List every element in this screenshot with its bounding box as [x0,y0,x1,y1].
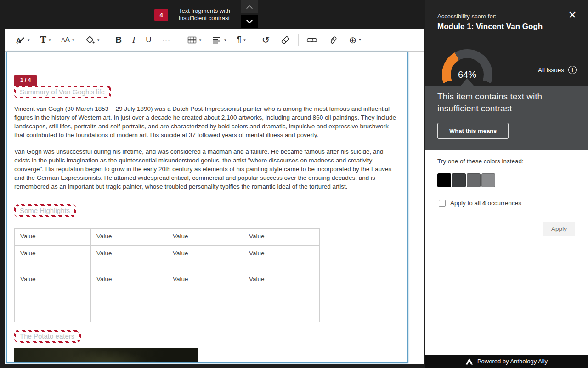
paragraph-marks-button[interactable]: ¶ ▾ [233,32,250,48]
chevron-down-icon: ▾ [359,38,361,42]
paragraph[interactable]: Vincent van Gogh (30 March 1853 – 29 Jul… [14,104,400,139]
more-options-button[interactable]: ⋯ [158,32,175,48]
text-style-button[interactable]: T ▾ [36,32,55,48]
table-cell[interactable]: Value [91,271,167,322]
color-swatches [437,173,495,187]
score-eyebrow: Accessibility score for: [437,13,497,20]
apply-all-text: Apply to all [450,200,481,207]
flagged-heading-highlights[interactable]: Some Highlights [14,204,76,217]
font-size-icon: A [61,37,65,43]
apply-button[interactable]: Apply [543,222,575,236]
content-editor: A ▾ T ▾ AA ▾ ▾ B I U ⋯ [5,29,424,364]
table-cell[interactable]: Value [167,229,243,246]
color-swatch-black[interactable] [437,173,451,187]
bold-button[interactable]: B [111,32,126,48]
insert-table-button[interactable]: ▾ [183,32,206,48]
chevron-down-icon [246,17,253,23]
clear-formatting-button[interactable] [276,32,294,48]
highlight-color-icon [85,35,95,45]
heading-text: The Potato eaters [16,332,79,341]
footer-label: Powered by Anthology Ally [477,358,548,365]
align-button[interactable]: ▾ [208,32,231,48]
occurrence-count: 4 [482,200,486,207]
editor-toolbar: A ▾ T ▾ AA ▾ ▾ B I U ⋯ [5,29,424,52]
chevron-down-icon: ▾ [72,38,74,42]
insert-link-button[interactable] [302,32,322,48]
all-issues-control[interactable]: All issues i [538,66,577,74]
table-cell[interactable]: Value [91,229,167,246]
ally-feedback-panel: Accessibility score for: Module 1: Vince… [425,0,588,368]
toolbar-divider [107,34,107,46]
issue-navigation-bar: 4 Text fragments with insufficient contr… [0,0,425,29]
toolbar-divider [254,34,254,46]
score-value: 64% [442,69,492,80]
italic-button[interactable]: I [128,32,139,48]
apply-all-checkbox[interactable] [439,200,446,207]
next-issue-button[interactable] [241,15,258,28]
issue-message: This item contains text with insufficien… [437,91,561,115]
flagged-heading-potato-eaters[interactable]: The Potato eaters [14,330,81,343]
highlight-color-button[interactable]: ▾ [81,32,104,48]
insert-content-button[interactable]: ⊕ ▾ [345,32,365,48]
heading-text: Summary of Van Gogh's life [16,87,109,97]
issue-count-badge: 4 [154,9,168,21]
close-icon: × [568,7,577,23]
potato-eaters-image[interactable] [14,348,198,363]
toolbar-divider [179,34,179,46]
chevron-down-icon: ▾ [224,38,226,42]
chevron-down-icon: ▾ [199,38,202,42]
table-cell[interactable]: Value [15,271,91,322]
table-cell[interactable]: Value [243,229,320,246]
paragraph[interactable]: Van Gogh was unsuccessful during his lif… [14,147,400,191]
score-header: Accessibility score for: Module 1: Vince… [425,0,588,86]
table-cell[interactable]: Value [167,271,243,322]
close-button[interactable]: × [565,7,580,22]
color-swatch-gray[interactable] [467,173,481,187]
content-table-body: ValueValueValueValueValueValueValueValue… [15,229,320,322]
all-issues-label: All issues [538,67,564,74]
flagged-heading-summary[interactable]: Summary of Van Gogh's life [14,86,111,98]
module-title: Module 1: Vincent Van Gogh [437,22,543,31]
text-style-icon: T [40,35,46,45]
chevron-down-icon: ▾ [97,38,100,42]
previous-issue-button[interactable] [241,0,258,13]
what-this-means-button[interactable]: What this means [437,123,509,139]
content-table: ValueValueValueValueValueValueValueValue… [14,228,320,322]
apply-all-text: occurrences [488,200,522,207]
underline-button[interactable]: U [141,32,155,48]
undo-icon: ↺ [262,35,270,45]
font-size-button[interactable]: AA ▾ [57,32,78,48]
apply-all-label: Apply to all 4 occurrences [450,200,521,207]
chevron-down-icon: ▾ [28,38,30,42]
link-icon [306,35,317,45]
anthology-logo-icon [465,358,473,365]
text-color-button[interactable]: A ▾ [11,32,34,48]
apply-all-row: Apply to all 4 occurrences [439,200,521,207]
table-icon [187,35,197,45]
table-row: ValueValueValueValue [15,229,320,246]
table-cell[interactable]: Value [91,246,167,271]
color-swatch-light-gray[interactable] [481,173,495,187]
plus-circle-icon: ⊕ [349,35,356,45]
heading-text: Some Highlights [16,206,74,215]
toolbar-divider [298,34,299,46]
editor-content-area[interactable]: 1 / 4 Summary of Van Gogh's life Vincent… [6,52,408,363]
issue-position-badge: 1 / 4 [14,75,37,86]
chevron-down-icon: ▾ [49,38,51,42]
table-cell[interactable]: Value [243,271,320,322]
color-swatch-dark-gray[interactable] [452,173,466,187]
undo-button[interactable]: ↺ [258,32,274,48]
info-icon[interactable]: i [568,66,577,74]
paperclip-icon [328,35,338,45]
attach-file-button[interactable] [324,32,342,48]
ally-footer: Powered by Anthology Ally [425,355,588,368]
align-left-icon [212,35,222,45]
remediation-section: Try one of these colors instead: Apply t… [425,150,588,355]
table-cell[interactable]: Value [167,246,243,271]
color-suggestion-prompt: Try one of these colors instead: [437,158,524,165]
table-cell[interactable]: Value [15,246,91,271]
text-color-icon: A [15,35,25,45]
table-cell[interactable]: Value [15,229,91,246]
paragraph-icon: ¶ [237,35,242,45]
table-cell[interactable]: Value [243,246,320,271]
